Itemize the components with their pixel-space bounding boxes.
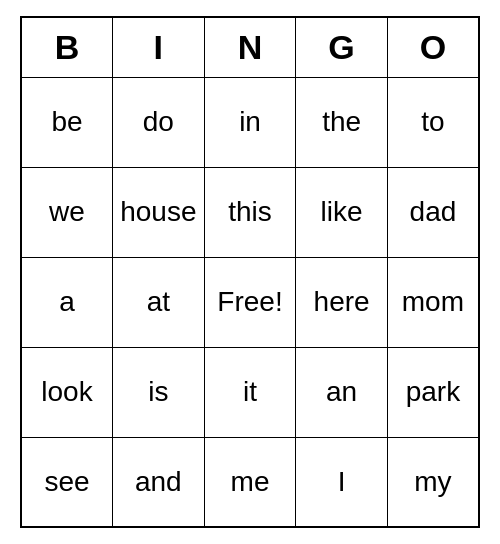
- table-row-3: lookisitanpark: [21, 347, 479, 437]
- cell-2-1: at: [112, 257, 204, 347]
- cell-3-4: park: [387, 347, 479, 437]
- cell-0-4: to: [387, 77, 479, 167]
- header-col-n: N: [204, 17, 296, 77]
- cell-2-0: a: [21, 257, 112, 347]
- header-col-g: G: [296, 17, 388, 77]
- cell-1-2: this: [204, 167, 296, 257]
- cell-1-0: we: [21, 167, 112, 257]
- header-col-o: O: [387, 17, 479, 77]
- cell-3-0: look: [21, 347, 112, 437]
- table-row-4: seeandmeImy: [21, 437, 479, 527]
- cell-0-3: the: [296, 77, 388, 167]
- table-row-0: bedointheto: [21, 77, 479, 167]
- cell-4-0: see: [21, 437, 112, 527]
- header-col-b: B: [21, 17, 112, 77]
- cell-4-4: my: [387, 437, 479, 527]
- cell-3-1: is: [112, 347, 204, 437]
- cell-3-3: an: [296, 347, 388, 437]
- bingo-card: BINGO bedointhetowehousethislikedadaatFr…: [20, 16, 480, 528]
- table-row-2: aatFree!heremom: [21, 257, 479, 347]
- cell-0-1: do: [112, 77, 204, 167]
- cell-4-3: I: [296, 437, 388, 527]
- cell-4-2: me: [204, 437, 296, 527]
- cell-3-2: it: [204, 347, 296, 437]
- bingo-header-row: BINGO: [21, 17, 479, 77]
- cell-0-0: be: [21, 77, 112, 167]
- cell-2-4: mom: [387, 257, 479, 347]
- cell-2-2: Free!: [204, 257, 296, 347]
- cell-0-2: in: [204, 77, 296, 167]
- cell-1-1: house: [112, 167, 204, 257]
- cell-4-1: and: [112, 437, 204, 527]
- table-row-1: wehousethislikedad: [21, 167, 479, 257]
- header-col-i: I: [112, 17, 204, 77]
- cell-1-4: dad: [387, 167, 479, 257]
- cell-1-3: like: [296, 167, 388, 257]
- cell-2-3: here: [296, 257, 388, 347]
